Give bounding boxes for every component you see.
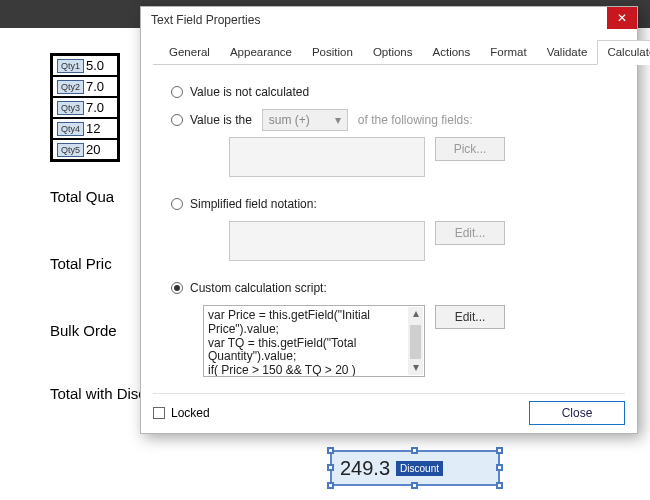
field-badge: Qty3 bbox=[57, 101, 84, 115]
tab-calculate[interactable]: Calculate bbox=[597, 40, 650, 65]
resize-handle[interactable] bbox=[496, 464, 503, 471]
resize-handle[interactable] bbox=[327, 482, 334, 489]
edit-script-button[interactable]: Edit... bbox=[435, 305, 505, 329]
discount-field-tag: Discount bbox=[396, 461, 443, 476]
option-simplified-notation[interactable]: Simplified field notation: bbox=[171, 193, 625, 215]
script-content: var Price = this.getField("Initial Price… bbox=[208, 308, 370, 377]
option-value-is-the[interactable]: Value is the sum (+) ▾ of the following … bbox=[171, 109, 625, 131]
pick-button: Pick... bbox=[435, 137, 505, 161]
tab-options[interactable]: Options bbox=[363, 40, 423, 65]
field-badge: Qty5 bbox=[57, 143, 84, 157]
resize-handle[interactable] bbox=[411, 447, 418, 454]
resize-handle[interactable] bbox=[327, 447, 334, 454]
option-label: Value is not calculated bbox=[190, 85, 309, 99]
scroll-up-icon[interactable]: ▴ bbox=[413, 307, 419, 321]
scroll-thumb[interactable] bbox=[410, 325, 421, 359]
field-badge: Qty4 bbox=[57, 122, 84, 136]
option-label: Simplified field notation: bbox=[190, 197, 317, 211]
option-label: Custom calculation script: bbox=[190, 281, 327, 295]
option-label: Value is the bbox=[190, 113, 252, 127]
radio-icon[interactable] bbox=[171, 86, 183, 98]
resize-handle[interactable] bbox=[496, 482, 503, 489]
table-row[interactable]: Qty15.0 bbox=[52, 55, 118, 76]
chevron-down-icon: ▾ bbox=[335, 113, 341, 127]
tab-strip: General Appearance Position Options Acti… bbox=[153, 39, 625, 65]
table-row[interactable]: Qty37.0 bbox=[52, 97, 118, 118]
resize-handle[interactable] bbox=[411, 482, 418, 489]
custom-script-text[interactable]: var Price = this.getField("Initial Price… bbox=[203, 305, 425, 377]
dialog-footer: Locked Close bbox=[153, 393, 625, 423]
scrollbar[interactable]: ▴ ▾ bbox=[408, 307, 423, 375]
operation-select: sum (+) ▾ bbox=[262, 109, 348, 131]
tab-position[interactable]: Position bbox=[302, 40, 363, 65]
dialog-title: Text Field Properties bbox=[151, 13, 260, 27]
option-suffix: of the following fields: bbox=[358, 113, 473, 127]
close-button[interactable]: Close bbox=[529, 401, 625, 425]
tab-actions[interactable]: Actions bbox=[423, 40, 481, 65]
radio-icon[interactable] bbox=[171, 198, 183, 210]
scroll-down-icon[interactable]: ▾ bbox=[413, 361, 419, 375]
calculate-options: Value is not calculated Value is the sum… bbox=[153, 81, 625, 377]
tab-general[interactable]: General bbox=[159, 40, 220, 65]
locked-label: Locked bbox=[171, 406, 210, 420]
simplified-notation-input bbox=[229, 221, 425, 261]
dialog-close-button[interactable]: ✕ bbox=[607, 7, 637, 29]
option-custom-script[interactable]: Custom calculation script: bbox=[171, 277, 625, 299]
fields-list-box bbox=[229, 137, 425, 177]
radio-icon[interactable] bbox=[171, 282, 183, 294]
table-row[interactable]: Qty520 bbox=[52, 139, 118, 160]
edit-simplified-button: Edit... bbox=[435, 221, 505, 245]
table-row[interactable]: Qty27.0 bbox=[52, 76, 118, 97]
resize-handle[interactable] bbox=[496, 447, 503, 454]
text-field-properties-dialog: Text Field Properties ✕ General Appearan… bbox=[140, 6, 638, 434]
tab-validate[interactable]: Validate bbox=[537, 40, 598, 65]
dialog-titlebar[interactable]: Text Field Properties ✕ bbox=[141, 7, 637, 33]
discount-form-field[interactable]: 249.3 Discount bbox=[330, 450, 500, 486]
resize-handle[interactable] bbox=[327, 464, 334, 471]
discount-value: 249.3 bbox=[340, 457, 390, 480]
locked-checkbox-row[interactable]: Locked bbox=[153, 406, 210, 420]
checkbox-icon[interactable] bbox=[153, 407, 165, 419]
radio-icon[interactable] bbox=[171, 114, 183, 126]
option-not-calculated[interactable]: Value is not calculated bbox=[171, 81, 625, 103]
tab-format[interactable]: Format bbox=[480, 40, 536, 65]
qty-fields-list: Qty15.0 Qty27.0 Qty37.0 Qty412 Qty520 bbox=[50, 53, 120, 162]
field-badge: Qty1 bbox=[57, 59, 84, 73]
table-row[interactable]: Qty412 bbox=[52, 118, 118, 139]
field-badge: Qty2 bbox=[57, 80, 84, 94]
dialog-body: General Appearance Position Options Acti… bbox=[141, 33, 637, 393]
tab-appearance[interactable]: Appearance bbox=[220, 40, 302, 65]
